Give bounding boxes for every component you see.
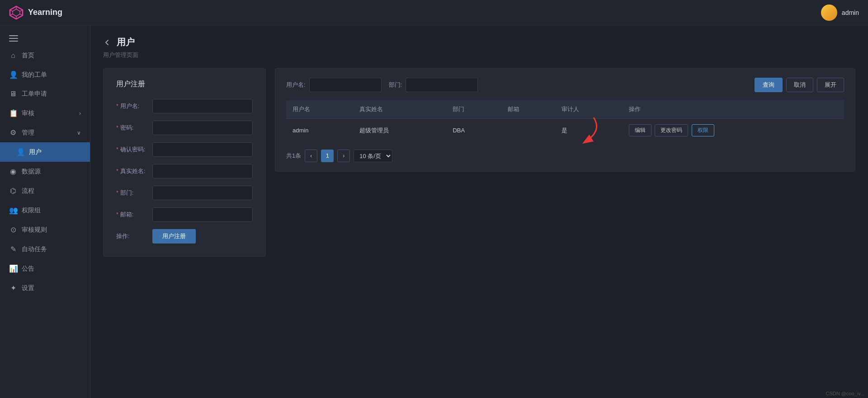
col-email: 邮箱 [501,100,556,119]
back-arrow-icon [103,38,111,47]
sidebar-item-permission-group[interactable]: 👥 权限组 [0,201,90,220]
header-right: admin [821,5,859,21]
workflow-icon: ⌬ [9,187,17,195]
email-input[interactable] [152,207,253,222]
page-size-select[interactable]: 10 条/页 20 条/页 50 条/页 [354,150,392,162]
main-layout: ⌂ 首页 👤 我的工单 🖥 工单申请 📋 审核 › ⚙ 管理 ∨ � [0,25,868,398]
register-button[interactable]: 用户注册 [152,229,196,243]
username-input[interactable] [152,99,253,113]
announcement-icon: 📊 [9,264,17,273]
confirm-password-input[interactable] [152,142,253,157]
page-prev-button[interactable]: ‹ [305,150,317,162]
realname-field-row: 真实姓名: [116,164,253,178]
change-password-button[interactable]: 更改密码 [655,124,688,136]
manage-icon: ⚙ [9,128,17,137]
username-label: 用户名: [116,102,152,110]
sidebar-item-audit-rules[interactable]: ⊙ 审核规则 [0,220,90,239]
auto-task-icon: ✎ [9,245,17,253]
registration-form: 用户注册 用户名: 密码: 确认密码: 真实姓名: [103,68,266,257]
department-label: 部门: [116,189,152,197]
query-buttons: 查询 取消 展开 [755,78,844,92]
settings-icon: ✦ [9,284,17,292]
col-auditor: 审计人 [555,100,622,119]
expand-button[interactable]: 展开 [817,78,844,92]
sidebar-item-workflow[interactable]: ⌬ 流程 [0,181,90,201]
cell-department: DBA [446,119,501,142]
sidebar-item-audit[interactable]: 📋 审核 › [0,103,90,123]
cell-email [501,119,556,142]
back-button[interactable] [103,38,111,47]
users-icon: 👤 [16,148,24,156]
sidebar-item-ticket-apply[interactable]: 🖥 工单申请 [0,84,90,103]
home-icon: ⌂ [9,52,17,60]
hamburger-icon[interactable] [7,33,83,43]
app-header: Yearning admin [0,0,868,25]
page-1-button[interactable]: 1 [321,150,334,162]
sidebar-item-manage-label: 管理 [22,129,34,137]
sidebar-item-my-tickets[interactable]: 👤 我的工单 [0,65,90,84]
logo-container: Yearning [9,5,62,20]
permission-button[interactable]: 权限 [692,124,714,136]
query-username-label: 用户名: [286,81,306,89]
header-left: Yearning [9,5,62,20]
realname-input[interactable] [152,164,253,178]
sidebar-item-users[interactable]: 👤 用户 [0,142,90,162]
cell-actions: 编辑 更改密码 权限 [623,119,844,142]
table-row: admin 超级管理员 DBA 是 编辑 更改密码 权限 [286,119,844,142]
query-department-input[interactable] [406,78,478,92]
query-bar: 用户名: 部门: 查询 取消 展开 [286,78,844,92]
password-label: 密码: [116,124,152,132]
user-icon: 👤 [9,70,17,79]
query-button[interactable]: 查询 [755,78,783,92]
watermark: CSDN @coo_iv... [822,389,868,398]
permission-group-icon: 👥 [9,206,17,215]
cancel-button[interactable]: 取消 [786,78,813,92]
realname-label: 真实姓名: [116,167,152,175]
page-subtitle: 用户管理页面 [103,51,855,59]
sidebar-item-settings[interactable]: ✦ 设置 [0,278,90,298]
page-next-button[interactable]: › [337,150,350,162]
sidebar-item-my-tickets-label: 我的工单 [22,71,47,79]
confirm-password-field-row: 确认密码: [116,142,253,157]
sidebar-item-permission-group-label: 权限组 [22,206,41,215]
main-content: 用户 用户管理页面 用户注册 用户名: 密码: 确认密码: [90,25,868,398]
cell-username: admin [286,119,353,142]
sidebar-item-workflow-label: 流程 [22,187,34,195]
page-header: 用户 [103,36,855,48]
sidebar: ⌂ 首页 👤 我的工单 🖥 工单申请 📋 审核 › ⚙ 管理 ∨ � [0,25,90,398]
query-department-field: 部门: [389,78,478,92]
sidebar-item-auto-task-label: 自动任务 [22,245,47,253]
content-area: 用户注册 用户名: 密码: 确认密码: 真实姓名: [103,68,855,257]
col-department: 部门 [446,100,501,119]
table-header-row: 用户名 真实姓名 部门 邮箱 审计人 操作 [286,100,844,119]
sidebar-item-manage[interactable]: ⚙ 管理 ∨ [0,123,90,142]
sidebar-item-auto-task[interactable]: ✎ 自动任务 [0,239,90,259]
monitor-icon: 🖥 [9,90,17,98]
department-input[interactable] [152,186,253,200]
logo-icon [9,5,24,20]
sidebar-toggle[interactable] [0,29,90,46]
sidebar-item-audit-rules-label: 审核规则 [22,226,47,234]
sidebar-item-settings-label: 设置 [22,284,34,292]
cell-auditor: 是 [555,119,622,142]
query-username-field: 用户名: [286,78,382,92]
sidebar-item-datasource[interactable]: ◉ 数据源 [0,162,90,181]
total-count: 共1条 [286,152,301,160]
datasource-icon: ◉ [9,167,17,176]
admin-name: admin [842,9,859,16]
password-field-row: 密码: [116,121,253,135]
table-wrapper: 用户名 真实姓名 部门 邮箱 审计人 操作 admin 超级管理 [286,100,844,142]
query-username-input[interactable] [309,78,382,92]
edit-button[interactable]: 编辑 [629,124,651,136]
password-input[interactable] [152,121,253,135]
sidebar-item-datasource-label: 数据源 [22,168,41,176]
op-label: 操作: [116,232,152,240]
query-panel: 用户名: 部门: 查询 取消 展开 [275,68,855,172]
sidebar-item-home-label: 首页 [22,52,34,60]
sidebar-item-home[interactable]: ⌂ 首页 [0,46,90,65]
manage-chevron-icon: ∨ [77,130,81,136]
col-actions: 操作 [623,100,844,119]
avatar [821,5,837,21]
sidebar-item-announcement[interactable]: 📊 公告 [0,259,90,278]
email-label: 邮箱: [116,211,152,219]
